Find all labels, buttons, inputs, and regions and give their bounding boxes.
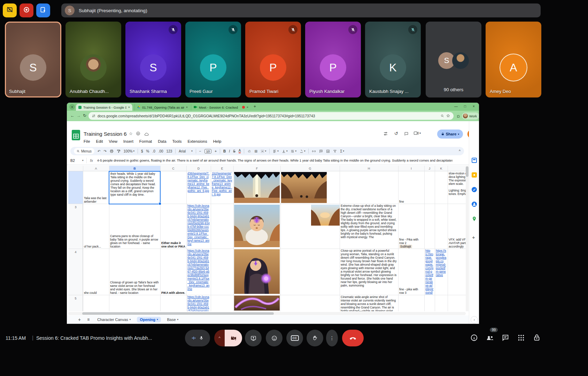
window-minimize-button[interactable]: — xyxy=(454,104,458,108)
zoom-select[interactable]: 100% ▾ xyxy=(124,149,134,153)
font-size-field[interactable]: 10 xyxy=(204,149,212,154)
text-color-icon[interactable]: A xyxy=(239,149,241,153)
column-header-B-selected[interactable]: B xyxy=(109,166,160,171)
column-header[interactable]: D xyxy=(186,166,211,171)
leave-call-button[interactable] xyxy=(342,330,364,346)
menu-data[interactable]: Data xyxy=(158,139,166,143)
version-history-icon[interactable]: ↺ xyxy=(394,131,398,136)
present-button[interactable] xyxy=(245,330,262,346)
contacts-icon[interactable] xyxy=(472,202,477,207)
filter-icon[interactable] xyxy=(333,149,337,153)
menu-view[interactable]: View xyxy=(109,139,117,143)
vertical-scrollbar[interactable] xyxy=(466,166,469,311)
fill-color-icon[interactable] xyxy=(247,149,251,153)
site-settings-icon[interactable] xyxy=(92,113,95,119)
close-tab-icon[interactable]: × xyxy=(128,105,130,109)
reload-icon[interactable]: ↻ xyxy=(83,113,86,118)
bookmark-star-icon[interactable] xyxy=(446,113,450,119)
column-header[interactable]: C xyxy=(160,166,186,171)
keep-icon[interactable] xyxy=(472,172,477,178)
cell-B4[interactable]: Closeup of grown up Talia's face with sa… xyxy=(109,249,160,295)
tab-search-button[interactable]: ▾ xyxy=(69,104,75,110)
cell-H5[interactable]: Cinematic wide-angle anime shot of inten… xyxy=(340,295,398,311)
cell-A3[interactable]: of her pack... xyxy=(83,204,109,249)
participant-tile-subhajit[interactable]: S Subhajit xyxy=(5,22,61,97)
menu-edit[interactable]: Edit xyxy=(96,139,103,143)
cloud-status-icon[interactable] xyxy=(144,131,149,138)
participant-tile-shashank[interactable]: S Shashank Sharma xyxy=(125,22,181,97)
column-header[interactable]: G xyxy=(280,166,340,171)
raise-hand-button[interactable] xyxy=(307,330,323,346)
window-maximize-button[interactable]: □ xyxy=(464,104,466,108)
participant-tile-pramod[interactable]: P Pramod Tiwari xyxy=(245,22,301,97)
column-header[interactable]: J xyxy=(424,166,435,171)
cell-H4[interactable]: Close-up anime portrait of a powerful yo… xyxy=(340,249,398,295)
browser-tab-meet[interactable]: Meet - Session 6: Cracked × xyxy=(191,104,251,111)
cell-H3[interactable]: Extreme close-up shot of a baby sitting … xyxy=(340,204,398,249)
format-percent-icon[interactable]: % xyxy=(146,149,149,153)
cell-D2-link[interactable]: d36/segments/7.8.1/Flux_Dev_cinematic_ke… xyxy=(186,171,211,204)
participant-tile-preeti[interactable]: P Preeti Gaur xyxy=(185,22,241,97)
increase-font-icon[interactable]: + xyxy=(215,149,217,153)
print-icon[interactable] xyxy=(110,149,114,153)
sort-sliders-icon[interactable] xyxy=(383,131,388,138)
decrease-decimals-icon[interactable]: .0 xyxy=(152,149,155,153)
horizontal-scrollbar[interactable] xyxy=(68,312,466,315)
browser-tab-drive[interactable]: 01.748_Opening (Talia as airbe... × xyxy=(134,104,190,111)
scrollbar-thumb[interactable] xyxy=(82,312,274,315)
merge-cells-icon[interactable]: ▾ xyxy=(261,149,266,153)
italic-icon[interactable]: I xyxy=(229,149,230,153)
window-close-button[interactable]: × xyxy=(473,104,475,108)
close-tab-icon[interactable]: × xyxy=(247,105,248,109)
insert-comment-icon[interactable] xyxy=(319,149,323,153)
text-wrap-icon[interactable]: ▾ xyxy=(291,149,296,153)
cell-B3[interactable]: Camera pans to show closeup of baby Tali… xyxy=(109,204,160,249)
recording-chip[interactable] xyxy=(20,3,33,17)
reactions-button[interactable] xyxy=(266,330,283,346)
borders-icon[interactable]: ⊞ xyxy=(254,149,257,153)
document-title[interactable]: Training Session 6 xyxy=(84,131,127,137)
column-header[interactable]: F xyxy=(233,166,280,171)
cell-D4-link[interactable]: https://cdn.leonardo.ai/users/35e6e341-1… xyxy=(186,249,211,295)
insert-chart-icon[interactable] xyxy=(326,149,330,153)
paint-format-icon[interactable] xyxy=(117,149,121,153)
meet-camera-button[interactable]: ▾ xyxy=(414,131,421,135)
comments-icon[interactable] xyxy=(404,131,409,138)
captions-button[interactable]: CC xyxy=(286,330,303,346)
sheet-tab-character-canvas[interactable]: Character Canvas▾ xyxy=(97,318,131,322)
get-addons-icon[interactable]: + xyxy=(472,234,475,240)
cell-I2[interactable]: fine xyxy=(398,171,424,204)
decrease-font-icon[interactable]: − xyxy=(199,149,201,153)
sheets-logo-icon[interactable] xyxy=(72,130,80,142)
text-rotate-icon[interactable]: ▾ xyxy=(300,149,305,153)
zoom-page-icon[interactable] xyxy=(441,113,444,119)
annotation-chip[interactable] xyxy=(3,3,17,17)
spreadsheet-grid[interactable]: B A C D E F G H I J K 3 4 5 xyxy=(68,166,466,311)
menu-extensions[interactable]: Extensions xyxy=(187,139,207,143)
browser-tab-sheets[interactable]: Training Session 6 - Google Sh... × xyxy=(76,104,132,111)
new-tab-button[interactable]: + xyxy=(254,104,256,109)
menu-help[interactable]: Help xyxy=(213,139,222,143)
presenter-banner[interactable]: S Subhajit (Presenting, annotating) xyxy=(61,3,541,17)
name-box-dropdown-icon[interactable]: ▾ xyxy=(82,159,84,162)
more-options-button[interactable]: ⋮ xyxy=(326,330,338,346)
camera-options-chevron[interactable]: ^ xyxy=(214,330,225,346)
browser-profile-chip[interactable]: Work xyxy=(462,112,479,119)
activities-button[interactable] xyxy=(517,334,525,343)
font-select[interactable]: Arial ▾ xyxy=(179,149,193,153)
bold-icon[interactable]: B xyxy=(223,149,226,153)
cell-L3[interactable]: VFX: add VFX inspired by AVATAR particle… xyxy=(448,204,466,249)
camera-off-button[interactable] xyxy=(225,330,242,346)
row-header[interactable]: 3 xyxy=(68,204,83,249)
cell-A2[interactable]: Talia was the last airbender xyxy=(83,171,109,204)
increase-decimals-icon[interactable]: .00 xyxy=(158,149,163,153)
name-box[interactable]: B2 xyxy=(70,158,82,163)
cell-L2[interactable]: slow-motion during the sword deca lighti… xyxy=(448,171,466,204)
people-button[interactable] xyxy=(486,334,494,343)
cell-K4-link[interactable]: https://storage.googleapis.com/prod-pock… xyxy=(435,249,448,295)
cell-A4[interactable]: she could xyxy=(83,249,109,295)
back-icon[interactable]: ← xyxy=(70,113,75,118)
sheet-tab-base[interactable]: Base▾ xyxy=(167,318,179,322)
hide-side-panel-icon[interactable]: › xyxy=(471,316,478,323)
column-header[interactable]: K xyxy=(435,166,448,171)
